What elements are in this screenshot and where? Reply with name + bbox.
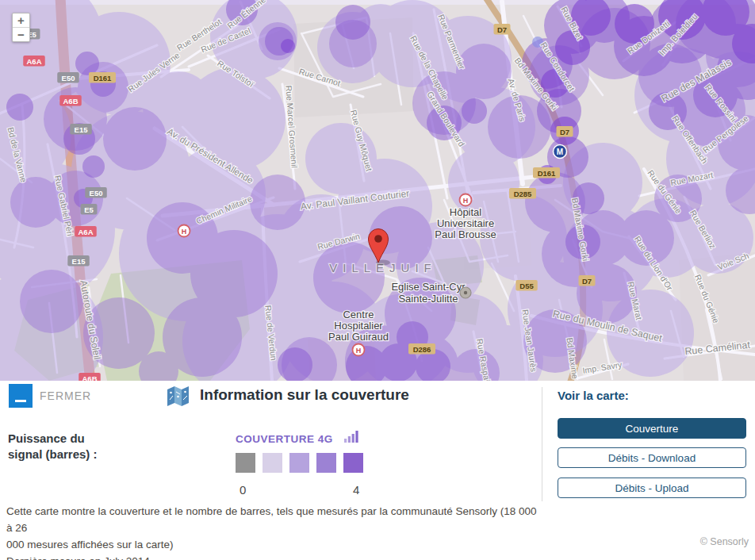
svg-text:H: H (356, 347, 362, 355)
svg-text:E5: E5 (84, 205, 94, 214)
svg-text:E50: E50 (90, 189, 103, 198)
place-label: Centre (343, 309, 374, 320)
minus-icon (15, 400, 26, 402)
collapse-button[interactable] (9, 384, 33, 408)
coverage-swatch (316, 453, 336, 473)
place-label: Universitaire (437, 217, 494, 229)
road-badge: D161 (533, 167, 560, 178)
panel-title: Information sur la couverture (200, 386, 409, 404)
road-badge: A6A (75, 226, 97, 237)
road-badge: A6B (59, 95, 82, 106)
place-label: Paul Brousse (435, 228, 496, 240)
svg-text:D285: D285 (514, 190, 532, 198)
map-zoom-control[interactable]: + − (12, 13, 30, 42)
folded-map-icon (167, 385, 190, 407)
hospital-icon: H (178, 225, 190, 237)
scale-max-label: 4 (353, 483, 359, 497)
attribution-label: © Sensorly (700, 536, 749, 547)
place-label: Paul Guiraud (328, 331, 389, 343)
svg-text:D286: D286 (413, 345, 431, 354)
road-badge: D7 (494, 24, 511, 35)
place-label: Eglise Saint-Cyr (391, 281, 466, 293)
sensorly-coverage-page: Rue Jules VerneRue BerthelotRue de Caste… (0, 0, 755, 560)
zoom-in-button[interactable]: + (13, 13, 29, 28)
road-badge: E50 (57, 72, 79, 83)
svg-text:A6B: A6B (63, 97, 78, 105)
collapse-label[interactable]: FERMER (40, 389, 91, 402)
metro-icon: M (554, 145, 567, 159)
road-badge: D161 (89, 72, 116, 83)
hospital-icon: H (353, 344, 365, 356)
generic-icon (460, 287, 471, 298)
road-badge: D7 (579, 275, 596, 286)
coverage-map[interactable]: Rue Jules VerneRue BerthelotRue de Caste… (0, 0, 755, 381)
road-badge: A6A (23, 56, 45, 67)
svg-text:E15: E15 (75, 125, 89, 134)
road-badge: D285 (509, 188, 536, 199)
svg-text:D161: D161 (94, 74, 112, 82)
svg-text:H: H (182, 228, 187, 236)
road-badge: D286 (408, 343, 435, 355)
coverage-swatch (263, 453, 282, 473)
svg-text:A6A: A6A (26, 57, 41, 66)
road-badge: D7 (557, 126, 573, 137)
svg-text:H: H (463, 197, 469, 205)
road-badge: D55 (515, 280, 538, 291)
info-panel: FERMER Information sur la couverture Pui… (0, 381, 755, 560)
svg-text:D7: D7 (497, 25, 507, 34)
zoom-out-button[interactable]: − (13, 28, 29, 41)
coverage-swatch (289, 453, 309, 473)
road-badge: E50 (85, 187, 107, 198)
svg-text:D161: D161 (538, 169, 556, 178)
coverage-swatch (343, 453, 363, 473)
place-label: Hospitalier (334, 320, 383, 332)
svg-text:E50: E50 (62, 74, 75, 82)
svg-text:E15: E15 (72, 257, 86, 266)
svg-text:A6B: A6B (82, 374, 97, 382)
footer-description: Cette carte montre la couverture et le n… (6, 503, 542, 560)
panel-divider (542, 387, 542, 501)
svg-text:D55: D55 (519, 282, 534, 290)
road-badge: E15 (70, 124, 92, 135)
couverture-button[interactable]: Couverture (558, 418, 746, 439)
signal-bars-icon (344, 430, 359, 446)
road-badge: E15 (67, 255, 90, 267)
svg-text:A6A: A6A (78, 228, 93, 236)
place-label: Sainte-Julitte (398, 293, 458, 305)
coverage-4g-label: COUVERTURE 4G (236, 433, 333, 445)
svg-text:D7: D7 (582, 277, 592, 286)
svg-text:M: M (557, 148, 563, 156)
place-label: Hôpital (450, 206, 482, 218)
debits-download-button[interactable]: Débits - Download (558, 447, 746, 468)
road-badge: E5 (81, 204, 98, 215)
svg-text:D7: D7 (560, 128, 569, 136)
view-map-heading: Voir la carte: (558, 389, 629, 402)
signal-strength-label: Puissance du signal (barres) : (8, 431, 98, 462)
map-canvas[interactable]: Rue Jules VerneRue BerthelotRue de Caste… (0, 0, 755, 381)
scale-min-label: 0 (240, 483, 246, 497)
debits-upload-button[interactable]: Débits - Upload (558, 478, 746, 498)
coverage-swatch (236, 453, 255, 473)
road-badge: A6B (79, 373, 101, 381)
hospital-icon: H (460, 194, 472, 206)
